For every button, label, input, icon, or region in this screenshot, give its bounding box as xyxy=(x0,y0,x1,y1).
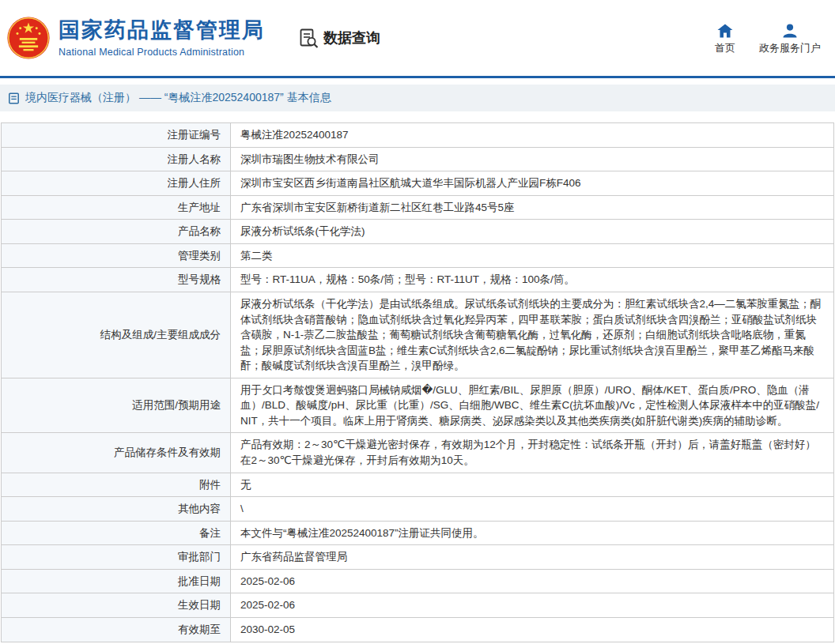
table-row: 审批部门广东省药品监督管理局 xyxy=(2,545,834,570)
table-row: 生效日期2025-02-06 xyxy=(2,593,834,618)
user-icon xyxy=(782,24,798,38)
field-label: 注册人名称 xyxy=(2,147,231,171)
field-value: \ xyxy=(231,497,834,522)
table-row: 其他内容\ xyxy=(2,497,834,522)
field-label: 适用范围/预期用途 xyxy=(2,378,231,433)
table-row: 备注本文件与“粤械注准20252400187”注册证共同使用。 xyxy=(2,521,834,545)
header-divider xyxy=(0,76,835,78)
field-label: 管理类别 xyxy=(2,243,231,268)
data-query-label: 数据查询 xyxy=(323,28,380,47)
registration-info-table-wrap: 注册证编号粤械注准20252400187注册人名称深圳市瑞图生物技术有限公司注册… xyxy=(1,122,834,642)
field-value: 广东省深圳市宝安区新桥街道新二社区红巷工业路45号5座 xyxy=(231,195,834,220)
nav-home-label: 首页 xyxy=(715,41,735,55)
table-row: 型号规格型号：RT-11UA，规格：50条/筒；型号：RT-11UT，规格：10… xyxy=(2,268,834,292)
field-label: 其他内容 xyxy=(2,497,231,522)
field-value: 尿液分析试纸条（干化学法）是由试纸条组成。尿试纸条试剂纸块的主要成分为：胆红素试… xyxy=(231,292,834,378)
table-row: 结构及组成/主要组成成分尿液分析试纸条（干化学法）是由试纸条组成。尿试纸条试剂纸… xyxy=(2,292,834,378)
field-value: 2030-02-05 xyxy=(231,617,834,642)
breadcrumb: 境内医疗器械（注册） —— “粤械注准20252400187” 基本信息 xyxy=(0,85,835,111)
table-row: 注册人住所深圳市宝安区西乡街道南昌社区航城大道华丰国际机器人产业园F栋F406 xyxy=(2,171,834,196)
site-title-link[interactable]: 国家药品监督管理局 National Medical Products Admi… xyxy=(59,18,265,57)
org-name-en: National Medical Products Administration xyxy=(59,47,265,58)
table-row: 批准日期2025-02-06 xyxy=(2,569,834,593)
field-value: 2025-02-06 xyxy=(231,593,834,618)
table-row: 产品名称尿液分析试纸条(干化学法) xyxy=(2,220,834,244)
table-row: 生产地址广东省深圳市宝安区新桥街道新二社区红巷工业路45号5座 xyxy=(2,195,834,220)
table-row: 适用范围/预期用途用于攵口考皶馊煲迥蚂骆口局械钠咸烟�/GLU、胆红素/BIL、… xyxy=(2,378,834,433)
table-row: 有效期至2030-02-05 xyxy=(2,617,834,642)
field-value: 无 xyxy=(231,473,834,497)
table-row: 附件无 xyxy=(2,473,834,497)
field-label: 附件 xyxy=(2,473,231,497)
table-row: 产品储存条件及有效期产品有效期：2～30℃干燥避光密封保存，有效期为12个月，开… xyxy=(2,433,834,473)
data-query-icon xyxy=(298,28,319,49)
field-label: 产品储存条件及有效期 xyxy=(2,433,231,473)
national-emblem-icon xyxy=(6,16,51,60)
header: 国家药品监督管理局 National Medical Products Admi… xyxy=(0,0,835,76)
data-query-link[interactable]: 数据查询 xyxy=(298,28,380,49)
field-value: 第二类 xyxy=(231,243,834,268)
field-label: 注册人住所 xyxy=(2,171,231,196)
nav-portal-label: 政务服务门户 xyxy=(759,41,821,55)
field-label: 生产地址 xyxy=(2,195,231,220)
nav-portal[interactable]: 政务服务门户 xyxy=(759,24,821,55)
table-row: 管理类别第二类 xyxy=(2,243,834,268)
field-label: 产品名称 xyxy=(2,220,231,244)
org-name-cn: 国家药品监督管理局 xyxy=(59,18,265,43)
registration-info-table: 注册证编号粤械注准20252400187注册人名称深圳市瑞图生物技术有限公司注册… xyxy=(1,122,834,642)
breadcrumb-text: 境内医疗器械（注册） —— “粤械注准20252400187” 基本信息 xyxy=(25,91,331,105)
field-label: 注册证编号 xyxy=(2,123,231,148)
field-value: 深圳市宝安区西乡街道南昌社区航城大道华丰国际机器人产业园F栋F406 xyxy=(231,171,834,196)
field-label: 结构及组成/主要组成成分 xyxy=(2,292,231,378)
info-table-body: 注册证编号粤械注准20252400187注册人名称深圳市瑞图生物技术有限公司注册… xyxy=(2,123,834,642)
field-value: 粤械注准20252400187 xyxy=(231,123,834,148)
field-label: 审批部门 xyxy=(2,545,231,570)
field-value: 深圳市瑞图生物技术有限公司 xyxy=(231,147,834,171)
home-icon xyxy=(717,24,733,38)
document-icon xyxy=(8,92,20,104)
field-label: 有效期至 xyxy=(2,617,231,642)
table-row: 注册证编号粤械注准20252400187 xyxy=(2,123,834,148)
nav-home[interactable]: 首页 xyxy=(715,24,735,55)
field-label: 批准日期 xyxy=(2,569,231,593)
field-value: 产品有效期：2～30℃干燥避光密封保存，有效期为12个月，开封稳定性：试纸条开瓶… xyxy=(231,433,834,473)
table-row: 注册人名称深圳市瑞图生物技术有限公司 xyxy=(2,147,834,171)
field-value: 型号：RT-11UA，规格：50条/筒；型号：RT-11UT，规格：100条/筒… xyxy=(231,268,834,292)
field-label: 生效日期 xyxy=(2,593,231,618)
header-nav: 首页 政务服务门户 xyxy=(715,21,821,55)
field-value: 尿液分析试纸条(干化学法) xyxy=(231,220,834,244)
field-value: 2025-02-06 xyxy=(231,569,834,593)
nmpa-emblem-logo[interactable] xyxy=(6,16,51,60)
field-value: 用于攵口考皶馊煲迥蚂骆口局械钠咸烟�/GLU、胆红素/BIL、尿胆原（胆原）/U… xyxy=(231,378,834,433)
field-value: 广东省药品监督管理局 xyxy=(231,545,834,570)
field-label: 备注 xyxy=(2,521,231,545)
field-label: 型号规格 xyxy=(2,268,231,292)
field-value: 本文件与“粤械注准20252400187”注册证共同使用。 xyxy=(231,521,834,545)
